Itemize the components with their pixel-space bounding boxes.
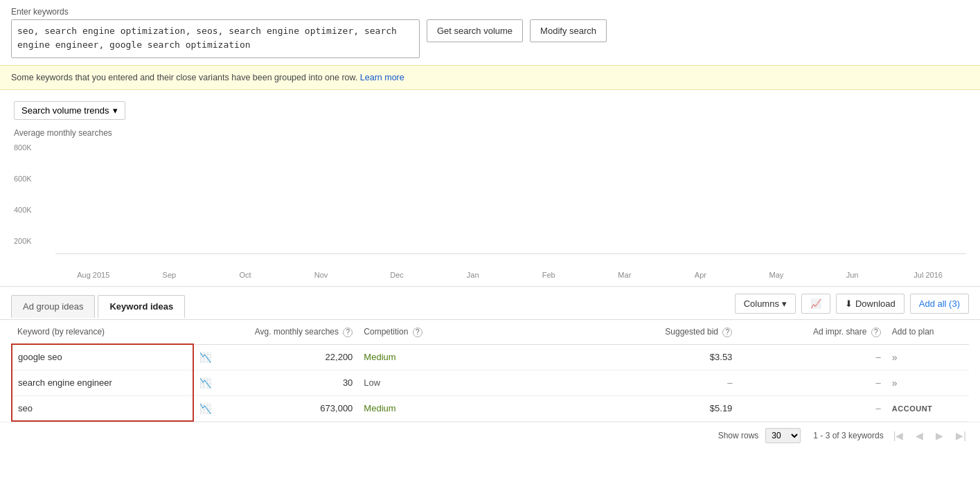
chart-x-label: Oct: [207, 271, 283, 279]
keyword-cell: search engine engineer: [12, 370, 193, 395]
ad-impr-help-icon[interactable]: ?: [871, 328, 881, 337]
info-banner: Some keywords that you entered and their…: [0, 65, 980, 90]
keyword-input-label: Enter keywords: [11, 7, 969, 17]
chart-x-label: Feb: [510, 271, 587, 279]
last-page-button[interactable]: ▶|: [953, 429, 969, 443]
chart-x-label: Sep: [132, 271, 208, 279]
trend-chart-icon[interactable]: 📉: [199, 377, 211, 389]
page-wrapper: Enter keywords Get search volume Modify …: [0, 0, 980, 491]
keyword-input-row: Get search volume Modify search: [11, 19, 969, 58]
trend-chart-icon[interactable]: 📉: [199, 352, 211, 363]
table-body: google seo📉22,200Medium$3.53–»search eng…: [12, 344, 969, 421]
chart-dropdown-label: Search volume trends: [21, 105, 109, 116]
columns-button[interactable]: Columns ▾: [735, 294, 796, 314]
add-all-label: Add all (3): [919, 298, 960, 309]
chart-x-label: Aug 2015: [55, 271, 132, 279]
learn-more-link[interactable]: Learn more: [360, 73, 404, 82]
trend-icon-cell[interactable]: 📉: [193, 395, 226, 421]
trend-chart-icon[interactable]: 📉: [199, 403, 211, 414]
chart-x-label: Jun: [814, 271, 891, 279]
chart-bars-container: [55, 143, 966, 254]
chart-icon: 📈: [810, 298, 821, 309]
chart-view-button[interactable]: 📈: [801, 294, 830, 314]
ad-impr-share-cell: –: [738, 344, 886, 370]
table-footer: Show rows 30 50 100 1 - 3 of 3 keywords …: [0, 422, 980, 449]
chart-x-label: Jan: [435, 271, 511, 279]
avg-monthly-cell: 22,200: [226, 344, 359, 370]
chart-x-label: Jul 2016: [890, 271, 966, 279]
show-rows-select[interactable]: 30 50 100: [765, 428, 801, 443]
competition-cell: Medium: [358, 395, 506, 421]
show-rows-label: Show rows: [718, 431, 759, 440]
chart-x-label: Mar: [587, 271, 663, 279]
add-to-plan-cell[interactable]: ACCOUNT: [887, 395, 969, 421]
ad-impr-share-cell: –: [738, 370, 886, 395]
download-icon: ⬇: [845, 298, 853, 309]
columns-label: Columns: [744, 298, 779, 309]
avg-monthly-help-icon[interactable]: ?: [343, 328, 353, 337]
keyword-cell: seo: [12, 395, 193, 421]
modify-search-button[interactable]: Modify search: [530, 19, 607, 42]
y-label-200k: 200K: [14, 237, 32, 245]
table-row: seo📉673,000Medium$5.19–ACCOUNT: [12, 395, 969, 421]
keywords-table: Keyword (by relevance) Avg. monthly sear…: [11, 320, 969, 422]
keyword-input-section: Enter keywords Get search volume Modify …: [0, 0, 980, 65]
tab-ad-group-ideas-label: Ad group ideas: [23, 301, 83, 312]
add-to-plan-button[interactable]: »: [892, 377, 898, 389]
suggested-bid-help-icon[interactable]: ?: [722, 328, 732, 337]
y-label-800k: 800K: [14, 143, 32, 152]
tab-keyword-ideas[interactable]: Keyword ideas: [98, 295, 185, 319]
chart-y-axis-label: Average monthly searches: [14, 128, 966, 138]
chevron-down-icon: ▾: [113, 105, 118, 116]
add-to-plan-cell[interactable]: »: [887, 344, 969, 370]
avg-monthly-cell: 30: [226, 370, 359, 395]
chart-x-label: Apr: [663, 271, 739, 279]
banner-text: Some keywords that you entered and their…: [11, 73, 357, 82]
download-button[interactable]: ⬇ Download: [836, 294, 905, 314]
add-all-button[interactable]: Add all (3): [910, 294, 969, 314]
prev-page-button[interactable]: ◀: [913, 429, 926, 443]
y-label-400k: 400K: [14, 206, 32, 214]
suggested-bid-cell: –: [507, 370, 738, 395]
col-header-avg-monthly: Avg. monthly searches ?: [226, 320, 359, 344]
table-row: google seo📉22,200Medium$3.53–»: [12, 344, 969, 370]
col-header-keyword: Keyword (by relevance): [12, 320, 193, 344]
chart-area: 800K 600K 400K 200K: [14, 143, 966, 268]
keyword-cell: google seo: [12, 344, 193, 370]
chart-y-labels: 800K 600K 400K 200K: [14, 143, 37, 268]
toolbar-right: Columns ▾ 📈 ⬇ Download Add all (3): [735, 294, 969, 314]
chevron-down-icon: ▾: [782, 298, 787, 309]
tab-ad-group-ideas[interactable]: Ad group ideas: [11, 295, 95, 318]
col-header-trend-icon: [193, 320, 226, 344]
chart-x-label: May: [738, 271, 814, 279]
next-page-button[interactable]: ▶: [933, 429, 946, 443]
competition-cell: Medium: [358, 344, 506, 370]
pagination-info: 1 - 3 of 3 keywords: [813, 431, 883, 440]
trend-icon-cell[interactable]: 📉: [193, 344, 226, 370]
add-to-plan-button[interactable]: »: [892, 352, 898, 363]
competition-help-icon[interactable]: ?: [413, 328, 422, 337]
keyword-textarea[interactable]: [11, 19, 420, 58]
chart-x-labels: Aug 2015SepOctNovDecJanFebMarAprMayJunJu…: [14, 271, 966, 279]
ad-impr-share-cell: –: [738, 395, 886, 421]
table-row: search engine engineer📉30Low––»: [12, 370, 969, 395]
add-to-plan-cell[interactable]: »: [887, 370, 969, 395]
col-header-suggested-bid: Suggested bid ?: [507, 320, 738, 344]
table-section: Keyword (by relevance) Avg. monthly sear…: [0, 320, 980, 422]
first-page-button[interactable]: |◀: [891, 429, 907, 443]
tabs-toolbar: Ad group ideas Keyword ideas Columns ▾ 📈…: [0, 287, 980, 320]
chart-dropdown-button[interactable]: Search volume trends ▾: [14, 101, 125, 120]
get-search-volume-button[interactable]: Get search volume: [427, 19, 523, 42]
col-header-ad-impr-share: Ad impr. share ?: [738, 320, 886, 344]
account-label: ACCOUNT: [892, 404, 933, 413]
tabs: Ad group ideas Keyword ideas: [11, 295, 188, 318]
avg-monthly-cell: 673,000: [226, 395, 359, 421]
y-label-600k: 600K: [14, 175, 32, 183]
competition-cell: Low: [358, 370, 506, 395]
trend-icon-cell[interactable]: 📉: [193, 370, 226, 395]
chart-x-label: Dec: [359, 271, 435, 279]
suggested-bid-cell: $3.53: [507, 344, 738, 370]
col-header-competition: Competition ?: [358, 320, 506, 344]
download-label: Download: [855, 298, 896, 309]
tab-keyword-ideas-label: Keyword ideas: [109, 301, 173, 312]
